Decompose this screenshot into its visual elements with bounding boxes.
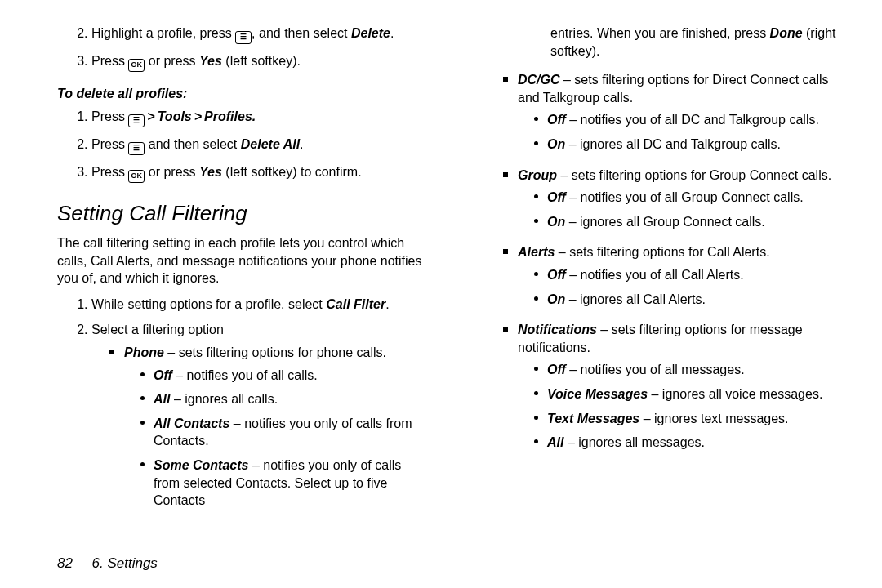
opt-notifications: Notifications – sets filtering options f… bbox=[503, 321, 849, 465]
label-delete: Delete bbox=[351, 26, 390, 40]
label: Text Messages bbox=[547, 412, 639, 425]
text: Select a filtering option bbox=[91, 323, 224, 336]
label: On bbox=[547, 292, 565, 306]
cf-step-1: While setting options for a profile, sel… bbox=[91, 296, 425, 322]
step-3: Press OK or press Yes (left softkey). bbox=[91, 52, 425, 80]
text: Press bbox=[91, 137, 128, 151]
label: All bbox=[547, 435, 564, 449]
phone-group: Phone – sets filtering options for phone… bbox=[91, 344, 425, 523]
label: Off bbox=[547, 363, 566, 376]
page-number: 82 bbox=[57, 555, 73, 571]
text: . bbox=[300, 137, 303, 151]
label-yes: Yes bbox=[199, 54, 222, 68]
label-done: Done bbox=[770, 26, 803, 40]
notifications-options: Off – notifies you of all messages. Voic… bbox=[518, 361, 849, 457]
label: DC/GC bbox=[518, 73, 560, 87]
text: – ignores all DC and Talkgroup calls. bbox=[565, 137, 781, 151]
label: All bbox=[154, 392, 170, 406]
text: – sets filtering options for phone calls… bbox=[164, 345, 386, 359]
label: Some Contacts bbox=[154, 458, 248, 472]
text: – ignores all calls. bbox=[170, 392, 278, 406]
opt-off: Off – notifies you of all Group Connect … bbox=[534, 189, 849, 213]
opt-off: Off – notifies you of all calls. bbox=[140, 367, 425, 391]
label: Off bbox=[547, 190, 566, 204]
label-profiles: Profiles bbox=[204, 109, 252, 123]
text: entries. When you are finished, press bbox=[550, 26, 770, 40]
opt-voice-messages: Voice Messages – ignores all voice messa… bbox=[534, 385, 849, 410]
opt-alerts: Alerts – sets filtering options for Call… bbox=[503, 243, 849, 321]
section-heading: Setting Call Filtering bbox=[57, 201, 425, 226]
text: – notifies you of all DC and Talkgroup c… bbox=[566, 113, 819, 127]
text: , and then select bbox=[252, 26, 351, 40]
text: – notifies you of all Group Connect call… bbox=[566, 190, 804, 204]
opt-off: Off – notifies you of all messages. bbox=[534, 361, 849, 385]
opt-on: On – ignores all Call Alerts. bbox=[534, 291, 849, 315]
opt-on: On – ignores all DC and Talkgroup calls. bbox=[534, 136, 849, 160]
opt-phone: Phone – sets filtering options for phone… bbox=[109, 344, 425, 523]
label: Off bbox=[547, 113, 566, 127]
label-yes: Yes bbox=[199, 165, 222, 179]
text: – ignores all messages. bbox=[564, 435, 705, 449]
dcgc-options: Off – notifies you of all DC and Talkgro… bbox=[518, 111, 849, 159]
label-tools: Tools bbox=[158, 109, 192, 123]
opt-some-contacts: Some Contacts – notifies you only of cal… bbox=[140, 457, 425, 516]
text: . bbox=[390, 26, 394, 40]
menu-key-icon: ☰ bbox=[235, 31, 252, 44]
opt-dcgc: DC/GC – sets filtering options for Direc… bbox=[503, 71, 849, 166]
right-column: entries. When you are finished, press Do… bbox=[457, 24, 849, 547]
text: or press bbox=[145, 165, 199, 179]
text: – sets filtering options for Call Alerts… bbox=[555, 245, 769, 259]
text: – ignores all voice messages. bbox=[648, 387, 822, 401]
label: All Contacts bbox=[154, 416, 229, 430]
gt-icon: > bbox=[192, 109, 204, 123]
label: Alerts bbox=[518, 245, 555, 259]
text: Highlight a profile, press bbox=[91, 26, 235, 40]
page: Highlight a profile, press ☰, and then s… bbox=[0, 0, 882, 588]
opt-group: Group – sets filtering options for Group… bbox=[503, 167, 849, 244]
label: Notifications bbox=[518, 323, 597, 336]
text: (left softkey) to confirm. bbox=[222, 165, 362, 179]
phone-options: Off – notifies you of all calls. All – i… bbox=[124, 367, 425, 516]
gt-icon: > bbox=[145, 109, 157, 123]
text: . bbox=[252, 109, 256, 123]
alerts-options: Off – notifies you of all Call Alerts. O… bbox=[518, 266, 849, 314]
step-2: Highlight a profile, press ☰, and then s… bbox=[91, 24, 425, 52]
opt-all: All – ignores all calls. bbox=[140, 390, 425, 415]
text: Press bbox=[91, 109, 128, 123]
text: – notifies you of all Call Alerts. bbox=[566, 268, 744, 282]
chapter-label: 6. Settings bbox=[92, 555, 158, 571]
text: Press bbox=[91, 54, 128, 68]
text: – sets filtering options for Direct Conn… bbox=[518, 73, 829, 105]
label: Voice Messages bbox=[547, 387, 648, 401]
opt-all: All – ignores all messages. bbox=[534, 434, 849, 458]
menu-key-icon: ☰ bbox=[128, 142, 145, 155]
columns: Highlight a profile, press ☰, and then s… bbox=[33, 24, 849, 547]
da-step-3: Press OK or press Yes (left softkey) to … bbox=[91, 163, 425, 191]
text: and then select bbox=[145, 137, 240, 151]
right-content: entries. When you are finished, press Do… bbox=[457, 24, 849, 465]
text: – ignores text messages. bbox=[639, 412, 788, 425]
ok-key-icon: OK bbox=[128, 59, 145, 72]
label: On bbox=[547, 137, 565, 151]
text: Press bbox=[91, 165, 128, 179]
label: Phone bbox=[124, 345, 164, 359]
opt-on: On – ignores all Group Connect calls. bbox=[534, 213, 849, 238]
call-filter-steps: While setting options for a profile, sel… bbox=[33, 296, 425, 531]
delete-profile-steps: Highlight a profile, press ☰, and then s… bbox=[33, 24, 425, 80]
page-footer: 82 6. Settings bbox=[33, 555, 849, 572]
da-step-2: Press ☰ and then select Delete All. bbox=[91, 136, 425, 163]
text: (left softkey). bbox=[222, 54, 301, 68]
opt-all-contacts: All Contacts – notifies you only of call… bbox=[140, 415, 425, 457]
delete-all-steps: Press ☰>Tools>Profiles. Press ☰ and then… bbox=[33, 108, 425, 191]
left-column: Highlight a profile, press ☰, and then s… bbox=[33, 24, 425, 547]
group-options: Off – notifies you of all Group Connect … bbox=[518, 189, 849, 237]
menu-key-icon: ☰ bbox=[128, 114, 145, 127]
subhead-delete-all: To delete all profiles: bbox=[57, 87, 425, 101]
text: – notifies you of all messages. bbox=[566, 363, 745, 376]
label-delete-all: Delete All bbox=[241, 137, 300, 151]
cf-step-2: Select a filtering option Phone – sets f… bbox=[91, 321, 425, 530]
filter-groups: DC/GC – sets filtering options for Direc… bbox=[503, 71, 849, 465]
text: – sets filtering options for Group Conne… bbox=[557, 168, 831, 182]
opt-off: Off – notifies you of all Call Alerts. bbox=[534, 266, 849, 291]
intro-paragraph: The call filtering setting in each profi… bbox=[57, 234, 425, 287]
